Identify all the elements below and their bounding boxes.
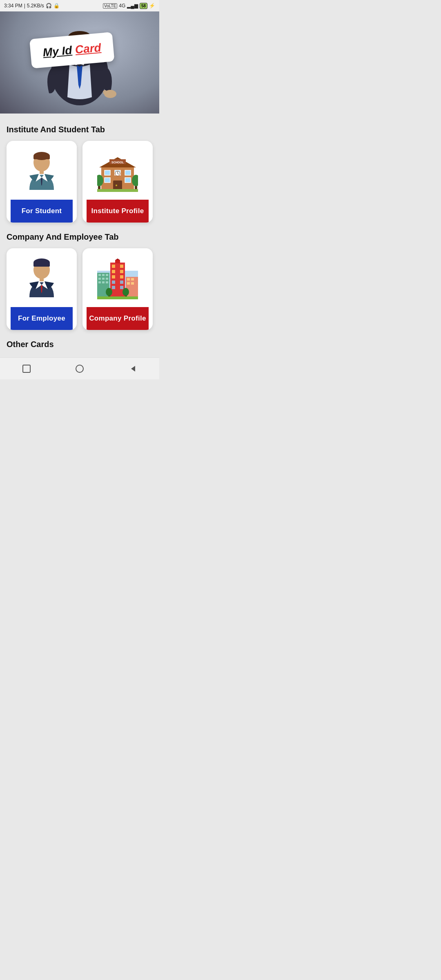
- svg-rect-52: [102, 281, 105, 283]
- svg-rect-55: [127, 278, 130, 281]
- svg-marker-33: [115, 258, 120, 260]
- svg-text:SCHOOL: SCHOOL: [111, 161, 124, 164]
- employee-icon-area: [23, 256, 60, 307]
- svg-rect-15: [125, 178, 131, 183]
- status-left: 3:34 PM | 5.2KB/s 🎧 🔒: [4, 3, 60, 9]
- svg-rect-48: [98, 278, 101, 280]
- company-building-icon: [97, 258, 138, 299]
- id-card-text-red: Card: [75, 41, 102, 56]
- signal-bars: ▂▄▆: [127, 3, 138, 9]
- employee-person-icon: [23, 258, 60, 299]
- time-display: 3:34 PM: [4, 3, 22, 9]
- svg-rect-14: [105, 178, 110, 183]
- svg-point-62: [122, 288, 129, 296]
- svg-rect-35: [120, 265, 123, 268]
- institute-student-section: Institute And Student Tab: [7, 125, 153, 223]
- company-profile-card: Company Profile: [82, 248, 153, 330]
- charging-icon: ⚡: [149, 3, 155, 9]
- company-profile-button[interactable]: Company Profile: [87, 307, 149, 330]
- company-employee-title: Company And Employee Tab: [7, 232, 153, 242]
- institute-student-cards-row: For Student SCHOOL: [7, 141, 153, 223]
- for-student-button[interactable]: For Student: [11, 200, 73, 223]
- svg-point-60: [106, 288, 112, 296]
- for-employee-button[interactable]: For Employee: [11, 307, 73, 330]
- svg-rect-37: [120, 270, 123, 273]
- svg-rect-6: [33, 156, 50, 159]
- svg-rect-38: [112, 275, 115, 278]
- svg-rect-29: [40, 278, 44, 281]
- student-icon-area: [23, 148, 60, 200]
- square-icon: [22, 364, 31, 374]
- svg-rect-56: [131, 278, 134, 281]
- main-content: Institute And Student Tab: [0, 114, 159, 357]
- institute-profile-button[interactable]: Institute Profile: [87, 200, 149, 223]
- id-card-text-black: My Id: [42, 44, 73, 59]
- volte-icon: VoLTE: [103, 3, 117, 9]
- svg-rect-42: [112, 286, 115, 289]
- svg-rect-50: [106, 278, 108, 280]
- company-icon-area: [97, 256, 138, 307]
- svg-rect-57: [127, 282, 130, 285]
- nav-home-button[interactable]: [72, 361, 87, 376]
- network-speed-value: 5.2KB/s: [27, 3, 44, 9]
- svg-rect-43: [120, 286, 123, 289]
- company-employee-section: Company And Employee Tab: [7, 232, 153, 330]
- svg-rect-63: [97, 296, 138, 299]
- id-card-title: My Id Card: [42, 41, 102, 59]
- battery-indicator: 58: [140, 3, 147, 9]
- hero-section: My Id Card: [0, 11, 159, 114]
- nav-square-button[interactable]: [19, 361, 34, 376]
- svg-rect-46: [102, 274, 105, 276]
- svg-rect-58: [131, 282, 134, 285]
- vpn-icon: 🔒: [53, 3, 60, 9]
- svg-rect-28: [33, 263, 50, 267]
- svg-point-17: [116, 185, 117, 186]
- institute-student-title: Institute And Student Tab: [7, 125, 153, 134]
- back-arrow-icon: [128, 364, 138, 374]
- for-employee-card: For Employee: [7, 248, 77, 330]
- school-building-icon: SCHOOL: [97, 151, 138, 192]
- circle-icon: [75, 364, 85, 374]
- svg-rect-45: [98, 274, 101, 276]
- other-cards-title: Other Cards: [7, 340, 153, 349]
- svg-rect-41: [120, 281, 123, 284]
- headphone-icon: 🎧: [46, 3, 52, 9]
- svg-rect-40: [112, 281, 115, 284]
- status-right: VoLTE 4G ▂▄▆ 58 ⚡: [103, 3, 155, 9]
- svg-marker-66: [131, 366, 135, 372]
- svg-rect-36: [112, 270, 115, 273]
- svg-rect-51: [98, 281, 101, 283]
- svg-rect-53: [106, 281, 108, 283]
- for-student-card: For Student: [7, 141, 77, 223]
- svg-rect-7: [40, 171, 44, 174]
- network-speed: |: [24, 3, 25, 9]
- svg-rect-49: [102, 278, 105, 280]
- institute-profile-card: SCHOOL: [82, 141, 153, 223]
- svg-rect-34: [112, 265, 115, 268]
- svg-rect-11: [105, 170, 110, 175]
- svg-rect-32: [115, 260, 120, 263]
- svg-rect-39: [120, 275, 123, 278]
- company-employee-cards-row: For Employee: [7, 248, 153, 330]
- svg-rect-25: [97, 189, 138, 192]
- status-bar: 3:34 PM | 5.2KB/s 🎧 🔒 VoLTE 4G ▂▄▆ 58 ⚡: [0, 0, 159, 11]
- svg-rect-16: [113, 180, 122, 190]
- bottom-navigation: [0, 357, 159, 379]
- svg-rect-13: [125, 170, 131, 175]
- signal-icon: 4G: [119, 3, 125, 9]
- svg-rect-47: [106, 274, 108, 276]
- svg-point-65: [76, 365, 83, 372]
- school-icon-area: SCHOOL: [97, 148, 138, 200]
- svg-rect-64: [23, 365, 30, 372]
- nav-back-button[interactable]: [125, 361, 140, 376]
- student-person-icon: [23, 151, 60, 192]
